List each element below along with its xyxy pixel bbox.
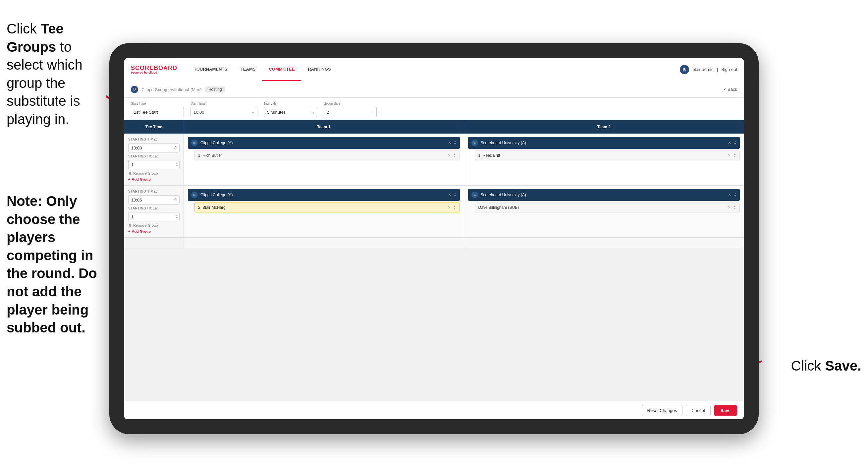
start-type-label: Start Type <box>131 102 184 106</box>
team-badge-1-2: B <box>471 140 478 146</box>
team-down-2-1[interactable]: ▼ <box>454 195 457 198</box>
nav-teams[interactable]: TEAMS <box>234 58 262 81</box>
player-card-2-1-0: 2. Blair McHarg ✕ ▲ ▼ <box>194 203 460 212</box>
powered-by: Powered by clippd <box>131 71 177 74</box>
remove-group-btn-2[interactable]: 🗑 Remove Group <box>128 224 180 227</box>
starting-hole-input-1[interactable] <box>128 160 180 169</box>
group-team2-cell-2: B Scoreboard University (A) ✕ ▲ ▼ <box>464 185 744 237</box>
save-button[interactable]: Save <box>714 405 737 416</box>
group-team2-cell-1: B Scoreboard University (A) ✕ ▲ ▼ <box>464 134 744 185</box>
starting-time-input-2[interactable] <box>128 195 180 204</box>
nav-user-area: B blair admin | Sign out <box>680 65 737 74</box>
nav-tournaments[interactable]: TOURNAMENTS <box>187 58 234 81</box>
nav-rankings[interactable]: RANKINGS <box>301 58 337 81</box>
team-name-1-2: Scoreboard University (A) <box>481 141 725 145</box>
group-team1-cell-3 <box>184 238 464 247</box>
player-card-1-2-0: 1. Rees Britt ✕ ▲ ▼ <box>475 150 740 160</box>
group-time-col-1: STARTING TIME: ⏱ STARTING HOLE: ▲ ▼ <box>124 134 184 185</box>
group-size-input[interactable] <box>324 107 377 117</box>
team-name-2-2: Scoreboard University (A) <box>481 193 725 197</box>
start-type-field: Start Type 1st Tee Start <box>131 102 184 117</box>
tournament-title: Clippd Spring Invitational (Men) <box>142 87 202 92</box>
user-name: blair admin <box>692 67 714 72</box>
table-row: STARTING TIME: ⏱ STARTING HOLE: ▲ ▼ <box>124 134 744 185</box>
team-badge-1-1: B <box>191 140 198 146</box>
player-name-1-2-0: 1. Rees Britt <box>478 153 725 158</box>
starting-time-label-1: STARTING TIME: <box>128 138 180 141</box>
sub-header: B Clippd Spring Invitational (Men) Hosti… <box>124 81 744 98</box>
table-row <box>124 238 744 248</box>
reset-changes-button[interactable]: Reset Changes <box>642 405 683 416</box>
team-badge-2-2: B <box>471 192 478 198</box>
table-header-row: Tee Time Team 1 Team 2 <box>124 120 744 134</box>
group-teams-col-3 <box>184 238 744 247</box>
team-remove-1-1[interactable]: ✕ <box>448 141 451 145</box>
team-down-1-2[interactable]: ▼ <box>734 143 737 146</box>
sign-out-link[interactable]: Sign out <box>721 67 737 72</box>
back-button[interactable]: < Back <box>724 87 737 92</box>
group-time-col-3 <box>124 238 184 247</box>
settings-bar: Start Type 1st Tee Start Start Time 10:0… <box>124 98 744 120</box>
logo-area: SCOREBOARD Powered by clippd <box>131 65 177 74</box>
team-name-2-1: Clippd College (A) <box>200 193 445 197</box>
intervals-field: Intervals 5 Minutes <box>264 102 317 117</box>
footer-bar: Reset Changes Cancel Save <box>124 401 744 419</box>
instruction-tee-groups: Click Tee Groups to select which group t… <box>0 20 106 128</box>
tournament-badge: B <box>131 86 138 93</box>
settings-row: Start Type 1st Tee Start Start Time 10:0… <box>131 102 737 117</box>
group-team2-cell-3 <box>464 238 744 247</box>
tablet-screen: SCOREBOARD Powered by clippd TOURNAMENTS… <box>124 58 744 419</box>
player-remove-2-1-0[interactable]: ✕ <box>447 205 451 210</box>
player-card-1-1-0: 1. Rich Butler ✕ ▲ ▼ <box>194 150 460 160</box>
group-team1-cell-2: B Clippd College (A) ✕ ▲ ▼ <box>184 185 464 237</box>
team-card-1-1: B Clippd College (A) ✕ ▲ ▼ <box>188 137 460 149</box>
table-body: STARTING TIME: ⏱ STARTING HOLE: ▲ ▼ <box>124 134 744 401</box>
group-size-label: Group Size <box>324 102 377 106</box>
instruction-note: Note: Only choose the players competing … <box>0 192 106 337</box>
cancel-button[interactable]: Cancel <box>686 405 710 416</box>
team-down-1-1[interactable]: ▼ <box>454 143 457 146</box>
player-remove-2-2-0[interactable]: ✕ <box>727 205 731 210</box>
player-name-2-2-0: Dave Billingham (SUB) <box>478 205 725 210</box>
nav-committee[interactable]: COMMITTEE <box>262 58 301 81</box>
start-type-select[interactable]: 1st Tee Start <box>131 107 184 117</box>
add-group-btn-2[interactable]: + Add Group <box>128 229 180 233</box>
player-card-2-2-0: Dave Billingham (SUB) ✕ ▲ ▼ <box>475 203 740 212</box>
click-save-instruction: Click Save. <box>791 358 861 374</box>
th-team2: Team 2 <box>464 120 744 134</box>
table-row: STARTING TIME: ⏱ STARTING HOLE: ▲ ▼ <box>124 185 744 238</box>
group-teams-col-1: B Clippd College (A) ✕ ▲ ▼ <box>184 134 744 185</box>
team-remove-1-2[interactable]: ✕ <box>728 141 731 145</box>
player-name-1-1-0: 1. Rich Butler <box>198 153 445 158</box>
team-card-2-1: B Clippd College (A) ✕ ▲ ▼ <box>188 189 460 201</box>
starting-time-label-2: STARTING TIME: <box>128 189 180 193</box>
starting-hole-input-2[interactable] <box>128 212 180 222</box>
starting-time-input-1[interactable] <box>128 143 180 152</box>
starting-hole-label-1: STARTING HOLE: <box>128 154 180 158</box>
add-group-btn-1[interactable]: + Add Group <box>128 177 180 181</box>
tablet-frame: SCOREBOARD Powered by clippd TOURNAMENTS… <box>109 43 759 434</box>
user-avatar: B <box>680 65 689 74</box>
remove-group-btn-1[interactable]: 🗑 Remove Group <box>128 171 180 175</box>
start-time-label: Start Time <box>190 102 257 106</box>
start-time-field: Start Time 10:00 <box>190 102 257 117</box>
team-name-1-1: Clippd College (A) <box>200 141 445 145</box>
navbar: SCOREBOARD Powered by clippd TOURNAMENTS… <box>124 58 744 81</box>
team-card-1-2: B Scoreboard University (A) ✕ ▲ ▼ <box>468 137 740 149</box>
hole-down-arrow-2[interactable]: ▼ <box>176 217 178 220</box>
start-time-input[interactable]: 10:00 <box>190 107 257 117</box>
team-remove-2-1[interactable]: ✕ <box>448 193 451 197</box>
intervals-select[interactable]: 5 Minutes <box>264 107 317 117</box>
team-remove-2-2[interactable]: ✕ <box>728 193 731 197</box>
nav-links: TOURNAMENTS TEAMS COMMITTEE RANKINGS <box>187 58 680 81</box>
group-teams-col-2: B Clippd College (A) ✕ ▲ ▼ <box>184 185 744 237</box>
team-down-2-2[interactable]: ▼ <box>734 195 737 198</box>
th-tee-time: Tee Time <box>124 120 184 134</box>
player-remove-1-2-0[interactable]: ✕ <box>727 153 731 158</box>
hole-down-arrow-1[interactable]: ▼ <box>176 165 178 167</box>
player-name-2-1-0: 2. Blair McHarg <box>198 205 445 210</box>
clock-icon-2: ⏱ <box>174 198 178 202</box>
player-remove-1-1-0[interactable]: ✕ <box>447 153 451 158</box>
group-time-col-2: STARTING TIME: ⏱ STARTING HOLE: ▲ ▼ <box>124 185 184 237</box>
group-team1-cell-1: B Clippd College (A) ✕ ▲ ▼ <box>184 134 464 185</box>
